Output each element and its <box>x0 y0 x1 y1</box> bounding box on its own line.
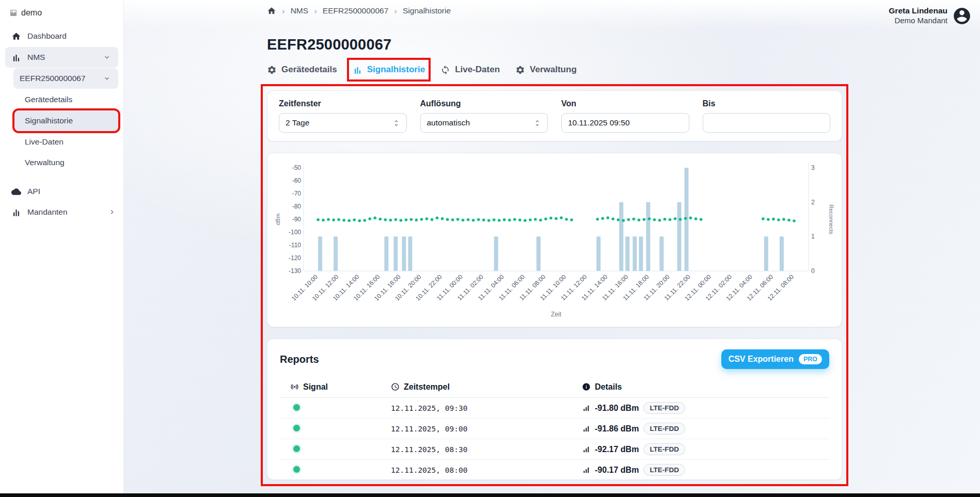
breadcrumb-separator: › <box>282 7 285 15</box>
sidebar-item-label: API <box>27 187 40 196</box>
table-row[interactable]: 12.11.2025, 09:30 -91.80 dBm LTE-FDD <box>280 398 829 419</box>
tab-label: Live-Daten <box>455 65 500 75</box>
svg-text:-130: -130 <box>289 267 301 275</box>
pro-badge: PRO <box>799 354 822 364</box>
svg-text:dBm: dBm <box>275 214 281 226</box>
topbar: › NMS › EEFR2500000067 › Signalhistorie … <box>124 0 980 29</box>
logo-text: demo <box>21 8 42 18</box>
chevron-down-icon <box>103 53 111 61</box>
breadcrumb-current: Signalhistorie <box>403 6 451 15</box>
tab-signalhistorie[interactable]: Signalhistorie <box>353 63 425 76</box>
analytics-icon <box>11 207 21 217</box>
row-tech-badge: LTE-FDD <box>643 402 685 414</box>
bis-input[interactable] <box>703 113 831 133</box>
cloud-icon <box>11 187 21 197</box>
filter-card: Zeitfenster 2 Tage Auflösung automatisch <box>267 90 842 141</box>
row-dbm: -91.86 dBm <box>595 424 639 434</box>
von-input[interactable] <box>561 113 689 133</box>
signal-chart: -50-60-70-80-90-100-110-120-130321010.11… <box>274 156 835 324</box>
unfold-icon <box>392 119 400 127</box>
reports-table: Signal Zeitstempel <box>280 376 829 480</box>
unfold-icon <box>533 119 541 127</box>
app-root: demo Dashboard NMS EEFR2500000067 <box>0 0 980 497</box>
sidebar-item-geraetedetails[interactable]: Gerätedetails <box>0 89 123 110</box>
chevron-down-icon <box>103 74 111 83</box>
tab-label: Gerätedetails <box>281 65 337 75</box>
bar-chart-icon <box>353 65 362 75</box>
svg-text:3: 3 <box>811 164 815 171</box>
sidebar-item-api[interactable]: API <box>0 181 123 202</box>
svg-text:-90: -90 <box>292 216 302 223</box>
row-tech-badge: LTE-FDD <box>643 423 685 435</box>
row-timestamp: 12.11.2025, 09:30 <box>391 404 582 412</box>
bar-chart-icon <box>11 53 21 62</box>
content: EEFR2500000067 Gerätedetails Signalhisto… <box>267 36 842 480</box>
aufloesung-select[interactable]: automatisch <box>420 113 548 133</box>
app-logo[interactable]: demo <box>0 4 123 26</box>
sidebar-item-device[interactable]: EEFR2500000067 <box>13 68 118 89</box>
info-icon <box>582 382 591 391</box>
csv-export-button[interactable]: CSV Exportieren PRO <box>721 349 829 369</box>
sidebar-item-nms[interactable]: NMS <box>5 47 118 68</box>
home-icon[interactable] <box>267 6 276 15</box>
row-timestamp: 12.11.2025, 09:00 <box>391 425 582 433</box>
svg-text:Reconnects: Reconnects <box>828 204 834 235</box>
row-tech-badge: LTE-FDD <box>643 464 685 476</box>
chart-card: -50-60-70-80-90-100-110-120-130321010.11… <box>267 153 842 327</box>
sidebar-item-dashboard[interactable]: Dashboard <box>0 26 123 46</box>
signal-bars-icon <box>582 445 590 454</box>
sidebar-item-signalhistorie[interactable]: Signalhistorie <box>14 110 118 131</box>
table-header-label: Zeitstempel <box>404 382 450 392</box>
row-dbm: -91.80 dBm <box>595 404 639 413</box>
sidebar-item-mandanten[interactable]: Mandanten <box>0 202 123 222</box>
home-icon <box>11 31 21 41</box>
breadcrumb-nms[interactable]: NMS <box>291 6 308 15</box>
signal-broadcast-icon <box>290 382 299 391</box>
status-dot-icon <box>293 425 300 431</box>
aufloesung-label: Auflösung <box>420 99 548 108</box>
broken-image-icon <box>9 9 18 17</box>
main-area: › NMS › EEFR2500000067 › Signalhistorie … <box>124 0 980 497</box>
table-header-label: Signal <box>303 382 328 392</box>
row-dbm: -92.17 dBm <box>595 445 639 454</box>
chevron-right-icon <box>108 208 116 216</box>
tab-livedaten[interactable]: Live-Daten <box>440 63 500 76</box>
bottom-bar <box>0 493 980 497</box>
table-row[interactable]: 12.11.2025, 08:00 -90.17 dBm LTE-FDD <box>280 460 829 480</box>
sidebar-item-label: Live-Daten <box>25 137 64 147</box>
tab-geraetedetails[interactable]: Gerätedetails <box>267 63 337 76</box>
gear-icon <box>267 65 277 75</box>
sidebar-item-label: NMS <box>27 53 45 62</box>
gear-icon <box>515 65 525 75</box>
breadcrumb-device[interactable]: EEFR2500000067 <box>323 6 389 15</box>
avatar-icon[interactable] <box>952 6 972 26</box>
von-label: Von <box>561 99 689 108</box>
row-timestamp: 12.11.2025, 08:30 <box>391 445 582 454</box>
sidebar-item-label: Gerätedetails <box>25 95 72 104</box>
sidebar-item-label: Mandanten <box>27 207 68 217</box>
svg-text:-100: -100 <box>289 229 301 236</box>
sidebar-item-label: Signalhistorie <box>25 116 73 125</box>
row-dbm: -90.17 dBm <box>595 466 639 475</box>
table-row[interactable]: 12.11.2025, 09:00 -91.86 dBm LTE-FDD <box>280 419 829 439</box>
clock-icon <box>391 382 400 391</box>
annotated-panel: Zeitfenster 2 Tage Auflösung automatisch <box>267 90 842 480</box>
sidebar-item-livedaten[interactable]: Live-Daten <box>0 132 123 152</box>
svg-text:-110: -110 <box>289 242 301 249</box>
table-row[interactable]: 12.11.2025, 08:30 -92.17 dBm LTE-FDD <box>280 439 829 460</box>
reports-title: Reports <box>280 354 319 365</box>
tab-verwaltung[interactable]: Verwaltung <box>515 63 577 76</box>
sidebar-item-verwaltung[interactable]: Verwaltung <box>0 152 123 173</box>
user-name: Greta Lindenau <box>889 6 947 16</box>
sidebar: demo Dashboard NMS EEFR2500000067 <box>0 0 124 497</box>
svg-text:-70: -70 <box>292 190 302 197</box>
table-header-row: Signal Zeitstempel <box>280 376 829 398</box>
aufloesung-value: automatisch <box>427 118 470 127</box>
reports-card: Reports CSV Exportieren PRO <box>267 339 842 480</box>
user-menu[interactable]: Greta Lindenau Demo Mandant <box>889 6 972 26</box>
status-dot-icon <box>293 466 300 473</box>
user-tenant: Demo Mandant <box>889 16 947 26</box>
bis-label: Bis <box>703 99 831 108</box>
zeitfenster-label: Zeitfenster <box>279 99 407 108</box>
zeitfenster-select[interactable]: 2 Tage <box>279 113 407 133</box>
